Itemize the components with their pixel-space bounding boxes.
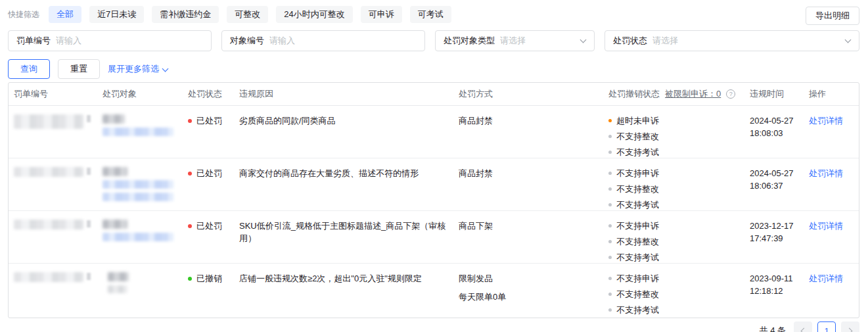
redacted-target-link	[103, 128, 173, 136]
revoke-text: 不支持整改	[616, 288, 659, 300]
quick-filter-tab-examable[interactable]: 可考试	[410, 6, 451, 23]
quick-filter-bar: 快捷筛选 全部 近7日未读 需补缴违约金 可整改 24小时内可整改 可申诉 可考…	[8, 6, 451, 23]
object-no-input[interactable]: 对象编号 请输入	[221, 30, 425, 51]
quick-filter-tab-rectifiable-24h[interactable]: 24小时内可整改	[276, 6, 352, 23]
redacted-target-name	[103, 114, 125, 124]
violation-reason: 劣质商品的同款/同类商品	[234, 106, 453, 127]
object-type-select[interactable]: 处罚对象类型 请选择	[435, 30, 595, 51]
revoke-text: 不支持考试	[616, 251, 659, 264]
violation-time: 18:08:03	[750, 127, 797, 139]
object-type-placeholder: 请选择	[500, 35, 526, 47]
revoke-dot	[608, 277, 612, 280]
revoke-dot	[608, 256, 612, 259]
penalty-detail-link[interactable]: 处罚详情	[809, 116, 843, 126]
pagination-total: 共 4 条	[760, 325, 786, 332]
col-reason: 违规原因	[234, 88, 453, 100]
status-dot	[188, 119, 192, 123]
revoke-dot	[608, 151, 612, 154]
expand-more-filters-link[interactable]: 展开更多筛选	[108, 63, 168, 75]
redacted-penalty-id	[14, 167, 83, 177]
quick-filter-tab-rectifiable[interactable]: 可整改	[227, 6, 268, 23]
chevron-down-icon	[580, 37, 587, 43]
chevron-down-icon	[845, 37, 852, 43]
status-text: 已处罚	[196, 220, 222, 232]
penalty-method: 商品封禁	[459, 167, 597, 179]
revoke-text: 不支持申诉	[616, 220, 659, 232]
redacted-target-name	[103, 220, 127, 229]
search-button[interactable]: 查询	[8, 59, 50, 79]
action-row: 查询 重置 展开更多筛选	[8, 59, 168, 79]
revoke-dot	[608, 240, 612, 243]
export-detail-button[interactable]: 导出明细	[806, 7, 859, 25]
chevron-left-icon	[801, 327, 808, 332]
object-type-label: 处罚对象类型	[444, 35, 495, 47]
penalty-detail-link[interactable]: 处罚详情	[809, 221, 843, 231]
redacted-target-link	[103, 180, 173, 189]
col-revoke-status-label: 处罚撤销状态	[608, 88, 660, 100]
status-dot	[188, 172, 192, 176]
col-time: 违规时间	[744, 88, 804, 100]
table-row: 已处罚 SKU低价引流_规格低于主图标题描述_商品下架（审核用） 商品下架 不支…	[9, 211, 859, 264]
restricted-appeal-link[interactable]: 被限制申诉：0	[665, 88, 721, 100]
status-dot	[188, 224, 192, 228]
table-header: 罚单编号 处罚对象 处罚状态 违规原因 处罚方式 处罚撤销状态 被限制申诉：0 …	[9, 83, 859, 106]
chevron-right-icon	[846, 327, 853, 332]
penalty-no-label: 罚单编号	[16, 35, 51, 47]
revoke-dot	[608, 172, 612, 175]
violation-date: 2024-05-27	[750, 114, 797, 127]
penalty-status-select[interactable]: 处罚状态 请选择	[605, 30, 859, 51]
status-text: 已处罚	[196, 167, 222, 179]
revoke-text: 不支持申诉	[616, 167, 659, 179]
penalty-no-input[interactable]: 罚单编号 请输入	[8, 30, 212, 51]
penalty-status-placeholder: 请选择	[652, 35, 678, 47]
revoke-text: 不支持考试	[616, 146, 659, 158]
quick-filter-tab-unread-7d[interactable]: 近7日未读	[89, 6, 144, 23]
quick-filter-tab-all[interactable]: 全部	[49, 6, 81, 23]
violation-time: 18:06:37	[750, 179, 797, 192]
col-revoke-status: 处罚撤销状态 被限制申诉：0 ?	[603, 88, 744, 100]
redacted-fragment	[87, 115, 91, 122]
violation-date: 2024-05-27	[750, 167, 797, 179]
revoke-dot	[608, 224, 612, 227]
penalty-table: 罚单编号 处罚对象 处罚状态 违规原因 处罚方式 处罚撤销状态 被限制申诉：0 …	[8, 82, 859, 318]
penalty-detail-link[interactable]: 处罚详情	[809, 168, 843, 178]
violation-time: 17:47:39	[750, 232, 797, 245]
filter-row: 罚单编号 请输入 对象编号 请输入 处罚对象类型 请选择 处罚状态 请选择	[8, 30, 859, 51]
redacted-target-link	[103, 233, 173, 241]
status-text: 已撤销	[196, 272, 222, 285]
penalty-method: 商品下架	[459, 220, 597, 232]
penalty-method: 商品封禁	[459, 114, 597, 127]
redacted-fragment	[87, 273, 91, 280]
pagination-page-1[interactable]: 1	[817, 321, 836, 332]
redacted-target-link	[103, 193, 173, 201]
col-target: 处罚对象	[97, 88, 183, 100]
penalty-no-placeholder: 请输入	[56, 35, 81, 47]
revoke-dot	[608, 187, 612, 191]
revoke-text: 不支持整改	[616, 130, 659, 143]
redacted-penalty-id	[14, 220, 83, 229]
status-text: 已处罚	[196, 114, 222, 127]
pagination-prev-button[interactable]	[794, 321, 812, 332]
violation-reason: 店铺一般违规次数≥2次，超出"0元入驻"规则限定	[234, 264, 453, 285]
reset-button[interactable]: 重置	[58, 59, 100, 79]
object-no-placeholder: 请输入	[269, 35, 295, 47]
table-row: 已处罚 劣质商品的同款/同类商品 商品封禁 超时未申诉 不支持整改 不支持考试 …	[9, 106, 859, 158]
question-circle-icon[interactable]: ?	[726, 89, 735, 99]
pagination: 共 4 条 1	[760, 321, 859, 332]
revoke-dot	[608, 293, 612, 296]
status-dot	[188, 277, 192, 281]
quick-filter-label: 快捷筛选	[8, 9, 39, 20]
revoke-dot	[608, 308, 612, 312]
quick-filter-tab-pay-penalty[interactable]: 需补缴违约金	[152, 6, 219, 23]
violation-time: 12:18:12	[750, 285, 797, 297]
revoke-text: 不支持申诉	[616, 272, 659, 285]
expand-more-filters-label: 展开更多筛选	[108, 63, 159, 75]
table-row: 已撤销 店铺一般违规次数≥2次，超出"0元入驻"规则限定 限制发品每天限单0单 …	[9, 264, 859, 316]
pagination-next-button[interactable]	[841, 321, 859, 332]
col-method: 处罚方式	[453, 88, 603, 100]
penalty-status-label: 处罚状态	[613, 35, 647, 47]
violation-reason: 商家交付的商品存在大量劣质、描述不符的情形	[234, 158, 453, 179]
penalty-method: 限制发品	[459, 272, 597, 285]
penalty-detail-link[interactable]: 处罚详情	[809, 273, 843, 283]
quick-filter-tab-appealable[interactable]: 可申诉	[361, 6, 402, 23]
